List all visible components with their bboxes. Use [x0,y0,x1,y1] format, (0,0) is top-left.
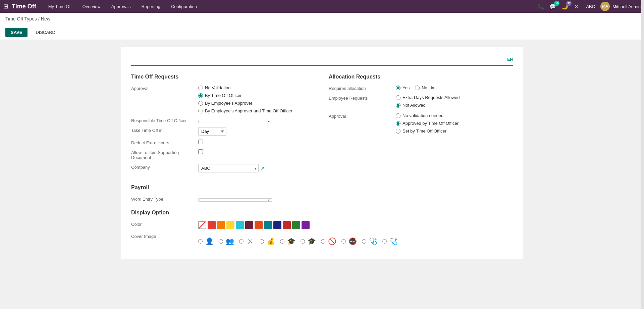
radio-no-validation-needed-label: No validation needed [402,113,443,118]
radio-employee-approver[interactable]: By Employee's Approver [198,101,315,106]
radio-time-off-officer[interactable]: By Time Off Officer [198,93,315,98]
company-select[interactable]: ABC ▾ [198,164,259,172]
work-entry-value: ▾ [198,196,513,202]
lang-badge: EN [507,57,513,62]
app-title: Time Off [12,3,36,10]
cover-icon-medical1: 🩺 [368,236,378,247]
radio-set-by-officer[interactable]: Set by Time Off Officer [396,128,513,134]
cover-option-3[interactable]: ⚔ [239,236,256,247]
chat-icon[interactable]: 💬 18 [548,2,557,11]
breadcrumb-type[interactable]: Time Off Types [5,16,37,21]
color-swatch-dark-purple[interactable] [245,221,253,229]
radio-not-allowed-label: Not Allowed [402,103,426,108]
responsible-select[interactable]: ▾ [198,120,272,123]
user-avatar[interactable]: MA [600,2,610,11]
cover-option-7[interactable]: 🚫 [321,236,337,247]
discard-button[interactable]: DISCARD [30,28,61,37]
type-name-input[interactable] [131,55,504,64]
close-icon[interactable]: ✕ [572,3,581,10]
cover-icon-medical2: 🩺 [388,236,399,247]
work-entry-arrow: ▾ [268,198,270,202]
color-swatch-yellow[interactable] [226,221,234,229]
cover-option-5[interactable]: 🎓 [280,236,297,247]
color-swatch-dark-red[interactable] [283,221,291,229]
form-card: EN Time Off Requests Approval No Validat… [121,47,523,259]
display-option-title: Display Option [131,210,513,216]
nav-right-area: 📞 💬 18 🌙 32 ✕ ABC MA Mitchell Admin [536,2,641,11]
requires-allocation-yes-label: Yes [402,85,410,90]
phone-icon[interactable]: 📞 [536,2,545,11]
take-time-off-value: Day Half Day Hour [198,127,315,136]
nav-item-approvals[interactable]: Approvals [106,0,136,13]
nav-item-overview[interactable]: Overview [77,0,106,13]
cover-icon-sword: ⚔ [245,236,256,247]
responsible-label: Responsible Time Off Officer [131,117,198,123]
company-label: ABC [583,4,598,9]
nav-item-my-time-off[interactable]: My Time Off [43,0,77,13]
cover-option-4[interactable]: 💰 [260,236,276,247]
app-grid-icon[interactable]: ⊞ [3,3,8,10]
cover-image-label: Cover Image [131,233,198,239]
cover-option-10[interactable]: 🩺 [382,236,399,247]
cover-image-options: 👤 👥 ⚔ 💰 [198,236,513,247]
cover-option-2[interactable]: 👥 [219,236,235,247]
radio-no-validation-needed[interactable]: No validation needed [396,113,513,118]
color-swatch-deep-orange[interactable] [255,221,263,229]
deduct-extra-checkbox[interactable] [198,140,203,144]
responsible-value: ▾ [198,117,315,123]
take-time-off-select[interactable]: Day Half Day Hour [198,127,226,136]
requires-allocation-no-limit[interactable]: No Limit [415,85,438,90]
radio-no-validation-label: No Validation [205,85,230,90]
cover-icon-person1: 👤 [204,236,215,247]
color-swatch-indigo[interactable] [273,221,281,229]
nav-item-configuration[interactable]: Configuration [166,0,202,13]
alloc-approval-row: Approval No validation needed Approved b… [329,113,513,134]
color-swatch-transparent[interactable] [198,221,206,229]
take-time-off-select-wrapper: Day Half Day Hour [198,127,226,136]
color-swatch-orange[interactable] [217,221,225,229]
requires-allocation-yes[interactable]: Yes [396,85,410,90]
payroll-title: Payroll [131,185,513,191]
work-entry-row: Work Entry Type ▾ [131,196,513,202]
cover-icon-grad2: 🎓 [306,236,317,247]
payroll-section: Payroll Work Entry Type ▾ [131,185,513,202]
allow-document-checkbox[interactable] [198,149,203,154]
scrollbar[interactable] [641,0,644,309]
company-value-row: ABC ▾ ↗ [198,164,315,172]
color-swatch-red[interactable] [208,221,216,229]
color-swatch-purple[interactable] [302,221,310,229]
top-navigation: ⊞ Time Off My Time Off Overview Approval… [0,0,644,13]
save-button[interactable]: SAVE [5,28,28,37]
clock-badge: 32 [566,1,572,6]
clock-icon[interactable]: 🌙 32 [560,2,570,11]
radio-approved-by-officer[interactable]: Approved by Time Off Officer [396,121,513,126]
breadcrumb-separator: / [38,16,40,21]
work-entry-select[interactable]: ▾ [198,198,272,202]
form-columns: Time Off Requests Approval No Validation… [131,74,513,176]
cover-option-9[interactable]: 🩺 [362,236,378,247]
cover-image-row: Cover Image 👤 👥 ⚔ [131,233,513,247]
radio-no-validation[interactable]: No Validation [198,85,315,90]
color-row: Color [131,221,513,229]
color-swatch-green[interactable] [292,221,300,229]
external-link-icon[interactable]: ↗ [261,166,265,171]
allow-document-label: Allow To Join Supporting Document [131,149,198,160]
cover-option-1[interactable]: 👤 [198,236,215,247]
color-swatch-teal[interactable] [264,221,272,229]
employee-requests-row: Employee Requests Extra Days Requests Al… [329,95,513,108]
chat-badge: 18 [554,1,559,6]
color-swatch-cyan[interactable] [236,221,244,229]
radio-not-allowed[interactable]: Not Allowed [396,103,513,108]
cover-option-6[interactable]: 🎓 [301,236,317,247]
cover-option-8[interactable]: 🚭 [341,236,358,247]
cover-image-value: 👤 👥 ⚔ 💰 [198,233,513,247]
time-off-requests-section: Time Off Requests Approval No Validation… [131,74,315,176]
radio-both[interactable]: By Employee's Approver and Time Off Offi… [198,108,315,113]
name-input-row: EN [131,55,513,66]
approval-label: Approval [131,85,198,91]
action-bar: SAVE DISCARD [0,25,644,40]
nav-item-reporting[interactable]: Reporting [136,0,166,13]
radio-extra-days[interactable]: Extra Days Requests Allowed [396,95,513,100]
radio-set-by-officer-label: Set by Time Off Officer [402,128,446,134]
cover-icon-no1: 🚫 [327,236,337,247]
